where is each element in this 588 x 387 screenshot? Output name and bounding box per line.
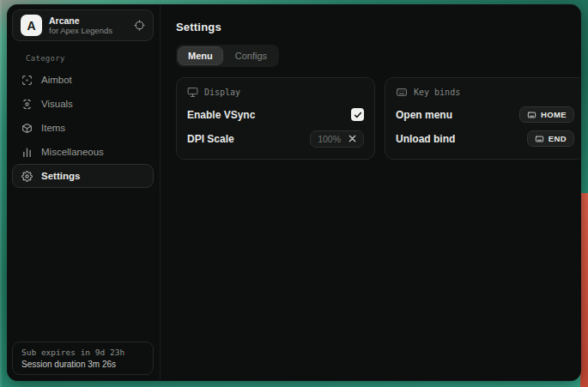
sidebar-item-miscellaneous[interactable]: Miscellaneous	[12, 140, 154, 164]
keybinds-card-header: Key binds	[396, 87, 574, 98]
dpi-scale-input[interactable]: 100%	[310, 130, 364, 148]
unload-bind-button[interactable]: END	[527, 130, 574, 147]
unload-bind-label: Unload bind	[396, 133, 455, 145]
app-window: A Arcane for Apex Legends Category A	[7, 4, 581, 381]
app-title-block: Arcane for Apex Legends	[49, 15, 127, 36]
tab-bar: Menu Configs	[176, 45, 279, 67]
sidebar-item-label: Visuals	[41, 99, 73, 109]
sidebar-item-aimbot[interactable]: Aimbot	[12, 68, 154, 92]
sub-expiry-text: Sub expires in 9d 23h	[21, 348, 144, 357]
open-menu-bind-value: HOME	[541, 110, 567, 119]
category-label: Category	[26, 54, 160, 63]
columns-icon	[21, 147, 33, 158]
unload-bind-row: Unload bind END	[396, 128, 574, 149]
dpi-scale-row: DPI Scale 100%	[187, 128, 364, 149]
keyboard-icon	[396, 87, 408, 98]
app-header-card: A Arcane for Apex Legends	[12, 9, 154, 41]
app-logo: A	[21, 15, 42, 36]
main-content: Settings Menu Configs Display Enable VSy…	[161, 5, 581, 380]
display-card-title: Display	[204, 88, 240, 97]
keyboard-icon	[535, 135, 544, 143]
desktop-background-orange-strip	[580, 193, 588, 387]
gear-icon	[21, 171, 33, 182]
checkmark-icon	[354, 111, 362, 119]
monitor-icon	[187, 87, 198, 98]
open-menu-bind-button[interactable]: HOME	[519, 106, 574, 123]
sidebar: A Arcane for Apex Legends Category A	[8, 5, 161, 380]
display-card: Display Enable VSync DPI Scale	[176, 77, 375, 160]
app-subtitle: for Apex Legends	[49, 26, 127, 35]
tab-configs[interactable]: Configs	[225, 46, 277, 65]
page-title: Settings	[176, 21, 581, 33]
vsync-checkbox[interactable]	[351, 108, 364, 121]
app-name: Arcane	[49, 15, 127, 27]
sidebar-item-label: Miscellaneous	[41, 147, 104, 157]
subscription-card: Sub expires in 9d 23h Session duration 3…	[12, 342, 154, 375]
sidebar-item-settings[interactable]: Settings	[12, 164, 154, 188]
scan-icon	[21, 99, 33, 110]
dpi-scale-value: 100%	[318, 134, 341, 144]
box-icon	[21, 123, 33, 134]
sidebar-item-visuals[interactable]: Visuals	[12, 92, 154, 116]
sidebar-item-label: Items	[41, 123, 65, 133]
sidebar-item-label: Settings	[41, 171, 80, 181]
open-menu-row: Open menu HOME	[396, 104, 574, 125]
vsync-row: Enable VSync	[187, 104, 364, 125]
tab-menu[interactable]: Menu	[178, 46, 223, 65]
crosshair-target-icon[interactable]	[134, 20, 145, 31]
vsync-label: Enable VSync	[187, 109, 255, 121]
keybinds-card: Key binds Open menu HOME Unload bind	[385, 77, 581, 160]
clear-icon[interactable]	[349, 135, 356, 142]
app-logo-letter: A	[27, 19, 35, 33]
settings-cards-row: Display Enable VSync DPI Scale	[176, 77, 581, 160]
dpi-scale-label: DPI Scale	[187, 133, 234, 145]
session-duration-text: Session duration 3m 26s	[21, 360, 144, 369]
unload-bind-value: END	[549, 134, 567, 143]
keybinds-card-title: Key binds	[414, 88, 460, 97]
crosshair-icon	[21, 75, 33, 86]
sidebar-item-label: Aimbot	[41, 75, 72, 85]
keyboard-icon	[527, 111, 536, 119]
sidebar-item-items[interactable]: Items	[12, 116, 154, 140]
display-card-header: Display	[187, 87, 364, 98]
open-menu-label: Open menu	[396, 109, 452, 121]
sidebar-nav: Aimbot Visuals Items	[8, 68, 160, 188]
